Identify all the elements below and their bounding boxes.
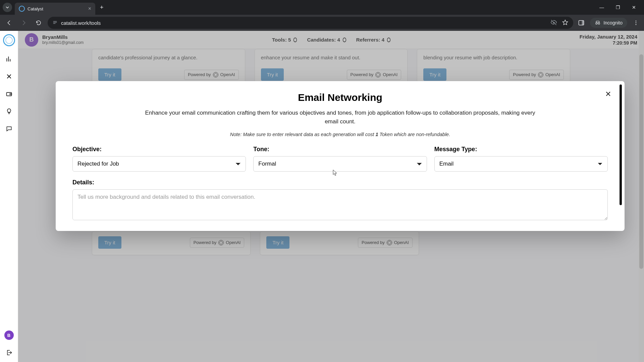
rail-avatar[interactable]: B	[4, 330, 14, 340]
modal-title: Email Networking	[72, 92, 608, 103]
wallet-icon[interactable]	[4, 89, 14, 99]
message-type-select[interactable]: Email	[434, 156, 608, 172]
svg-rect-2	[53, 23, 56, 23]
url-text: catalist.work/tools	[61, 20, 101, 26]
lightbulb-icon[interactable]	[4, 107, 14, 116]
tools-icon[interactable]	[4, 72, 14, 81]
bookmark-star-icon[interactable]	[562, 19, 569, 27]
left-rail: B	[0, 31, 18, 362]
rail-avatar-initial: B	[7, 333, 10, 338]
modal-note-prefix: Note: Make sure to enter relevant data a…	[230, 132, 376, 137]
browser-menu-icon[interactable]	[631, 18, 641, 27]
modal-note: Note: Make sure to enter relevant data a…	[72, 132, 608, 137]
side-panel-icon[interactable]	[577, 18, 586, 27]
details-label: Details:	[72, 179, 608, 186]
maximize-icon[interactable]: ❐	[614, 5, 622, 10]
modal-description: Enhance your email communication craftin…	[142, 109, 538, 126]
svg-rect-1	[53, 22, 57, 22]
tab-title: Catalyst	[28, 6, 86, 11]
logout-icon[interactable]	[4, 348, 14, 357]
back-button[interactable]	[3, 17, 15, 28]
form-row: Objective: Rejected for Job Tone: Formal…	[72, 146, 608, 172]
incognito-icon	[595, 20, 601, 26]
tone-field: Tone: Formal	[253, 146, 427, 172]
eye-off-icon[interactable]	[550, 19, 557, 27]
reload-button[interactable]	[33, 17, 44, 28]
window-controls: — ❐ ✕	[598, 5, 641, 10]
tab-search-button[interactable]	[3, 3, 12, 12]
tone-label: Tone:	[253, 146, 427, 153]
new-tab-button[interactable]: +	[100, 4, 104, 11]
analytics-icon[interactable]	[4, 54, 14, 64]
app-logo[interactable]	[3, 34, 15, 46]
browser-tab-strip: Catalyst × + — ❐ ✕	[0, 0, 644, 15]
svg-rect-8	[6, 93, 11, 96]
message-type-field: Message Type: Email	[434, 146, 608, 172]
svg-point-5	[636, 20, 637, 21]
svg-point-6	[636, 22, 637, 23]
modal-scrollbar[interactable]	[620, 84, 622, 205]
site-info-icon[interactable]	[52, 20, 58, 26]
forward-button[interactable]	[18, 17, 30, 28]
incognito-indicator[interactable]: Incognito	[590, 18, 627, 28]
close-window-icon[interactable]: ✕	[630, 5, 638, 10]
chat-icon[interactable]	[4, 124, 14, 133]
objective-select[interactable]: Rejected for Job	[72, 156, 246, 172]
modal-note-suffix: Token which are non-refundable.	[378, 132, 450, 137]
svg-rect-9	[10, 94, 11, 95]
incognito-label: Incognito	[603, 20, 623, 25]
browser-toolbar: catalist.work/tools Incognito	[0, 15, 644, 31]
svg-rect-0	[53, 21, 57, 21]
details-textarea[interactable]	[72, 189, 608, 220]
email-networking-modal: ✕ Email Networking Enhance your email co…	[56, 81, 625, 231]
svg-rect-4	[582, 20, 584, 25]
minimize-icon[interactable]: —	[598, 5, 606, 10]
message-type-label: Message Type:	[434, 146, 608, 153]
browser-tab[interactable]: Catalyst ×	[15, 3, 95, 15]
content-area: B BryanMills bry.mills01@gmail.com Tools…	[18, 31, 644, 362]
details-field: Details:	[72, 179, 608, 222]
address-bar[interactable]: catalist.work/tools	[48, 17, 573, 29]
modal-note-bold: 1	[375, 132, 378, 137]
tone-select[interactable]: Formal	[253, 156, 427, 172]
tab-favicon	[19, 6, 25, 12]
tab-close-icon[interactable]: ×	[88, 6, 91, 12]
objective-field: Objective: Rejected for Job	[72, 146, 246, 172]
page: B B BryanMills bry.mills01@gmail.com Too…	[0, 31, 644, 362]
modal-close-button[interactable]: ✕	[605, 90, 611, 99]
objective-label: Objective:	[72, 146, 246, 153]
svg-point-7	[636, 24, 637, 25]
